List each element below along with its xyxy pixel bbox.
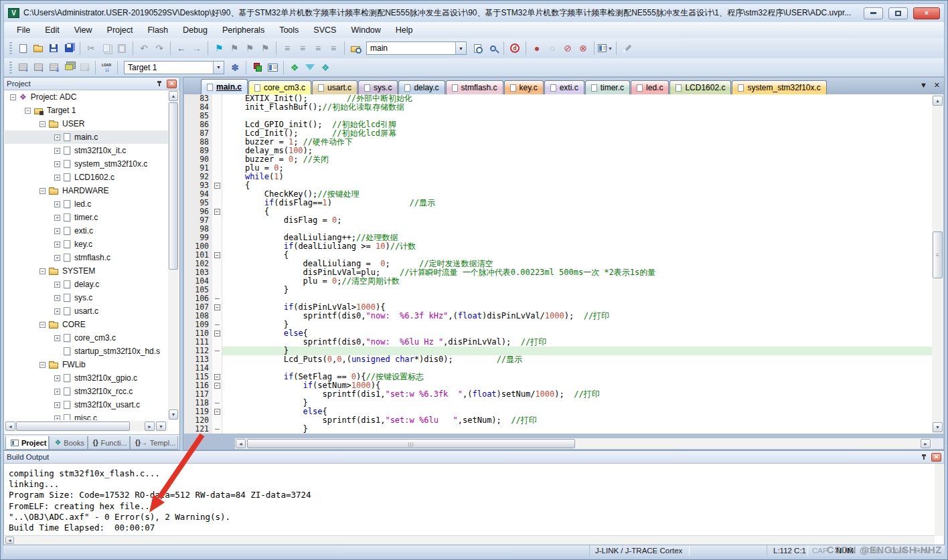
fold-margin[interactable]: −	[212, 181, 222, 190]
expand-icon[interactable]: +	[54, 161, 60, 167]
tree-item-main-c[interactable]: +main.c	[5, 130, 168, 144]
fold-margin[interactable]	[212, 103, 222, 112]
fold-margin[interactable]	[212, 94, 222, 103]
fold-margin[interactable]	[212, 425, 222, 434]
paste-button[interactable]	[114, 41, 129, 56]
toolbar-grip[interactable]	[9, 62, 12, 74]
code-line-100[interactable]: 100 if(dealLiuliang >= 10)//计数	[184, 242, 932, 251]
download-button[interactable]: LOAD↓↓	[99, 60, 114, 75]
save-all-button[interactable]	[62, 41, 76, 56]
fold-margin[interactable]	[212, 294, 222, 303]
find-in-files-button[interactable]	[348, 41, 363, 56]
document-tab-core-cm3-c[interactable]: core_cm3.c	[248, 80, 311, 94]
expand-icon[interactable]: +	[54, 175, 60, 181]
chevron-down-icon[interactable]: ▼	[455, 42, 466, 54]
cut-button[interactable]: ✂	[84, 41, 98, 56]
tree-hscroll-thumb[interactable]	[16, 422, 130, 431]
clear-bookmarks-button[interactable]: ⚑	[258, 41, 272, 56]
document-tab-key-c[interactable]: key.c	[504, 80, 544, 94]
new-file-button[interactable]	[15, 41, 30, 56]
fold-margin[interactable]	[212, 242, 222, 251]
document-tab-sys-c[interactable]: sys.c	[358, 80, 398, 94]
indent-button[interactable]: ≡	[295, 41, 310, 56]
menu-help[interactable]: Help	[388, 23, 420, 37]
next-bookmark-button[interactable]: ⚑	[242, 41, 257, 56]
tree-item-lcd1602-c[interactable]: +LCD1602.c	[5, 171, 168, 184]
workspace-tab-project[interactable]: Project	[5, 436, 49, 450]
target-options-button[interactable]: ✽	[228, 60, 242, 75]
tree-item-misc-c[interactable]: +misc.c	[5, 411, 168, 420]
tree-item-exti-c[interactable]: +exti.c	[5, 224, 168, 238]
comment-button[interactable]: ≡	[311, 41, 325, 56]
code-line-97[interactable]: 97 disFlag = 0;	[184, 216, 932, 225]
kill-breakpoints-button[interactable]: ⊗	[576, 41, 590, 56]
code-line-113[interactable]: 113 Lcd_Puts(0,0,(unsigned char*)dis0); …	[184, 355, 932, 364]
tree-item-fwlib[interactable]: −FWLib	[5, 358, 168, 371]
tree-scroll-right-button[interactable]: ►	[145, 422, 155, 431]
document-tab-main-c[interactable]: main.c	[201, 79, 248, 94]
fold-margin[interactable]	[212, 173, 222, 181]
toolbar-grip[interactable]	[9, 42, 12, 54]
document-tab-usart-c[interactable]: usart.c	[312, 80, 358, 94]
find-in-files-doc-button[interactable]	[470, 41, 485, 56]
uncomment-button[interactable]: ≡	[326, 41, 341, 56]
fold-margin[interactable]	[212, 268, 222, 277]
fold-margin[interactable]: −	[212, 381, 222, 390]
menu-window[interactable]: Window	[343, 23, 388, 37]
code-editor[interactable]: 83 EXTIX_Init(); //外部中断初始化84 init_FlashB…	[184, 94, 932, 434]
menu-debug[interactable]: Debug	[175, 23, 215, 37]
collapse-icon[interactable]: −	[40, 268, 46, 274]
pin-icon[interactable]	[159, 81, 160, 86]
line-number[interactable]: 121	[184, 425, 212, 434]
code-line-121[interactable]: 121 }	[184, 425, 932, 434]
unindent-button[interactable]: ≡	[280, 41, 295, 56]
code-line-90[interactable]: 90 buzzer = 0; //关闭	[184, 155, 932, 164]
minimize-button[interactable]	[864, 7, 883, 19]
expand-icon[interactable]: +	[54, 415, 60, 421]
build-output-pin-icon[interactable]	[923, 454, 925, 460]
fold-margin[interactable]	[212, 225, 222, 234]
document-tab-led-c[interactable]: led.c	[631, 80, 669, 94]
navigate-forward-button[interactable]: →	[189, 41, 204, 56]
fold-margin[interactable]	[212, 347, 222, 355]
enable-breakpoint-button[interactable]: ○	[545, 41, 560, 56]
expand-icon[interactable]: +	[54, 228, 60, 234]
batch-build-button[interactable]	[62, 60, 76, 75]
document-tab-stmflash-c[interactable]: stmflash.c	[446, 80, 503, 94]
translate-button[interactable]	[15, 60, 30, 75]
fold-margin[interactable]	[212, 147, 222, 155]
insert-breakpoint-button[interactable]: ●	[530, 41, 544, 56]
copy-button[interactable]	[99, 41, 114, 56]
tree-item-stm32f10x-it-c[interactable]: +stm32f10x_it.c	[5, 144, 168, 157]
fold-margin[interactable]	[212, 138, 222, 147]
stacked-windows-button[interactable]	[265, 60, 280, 75]
prev-bookmark-button[interactable]: ⚑	[227, 41, 242, 56]
tree-item-sys-c[interactable]: +sys.c	[5, 291, 168, 304]
navigate-back-button[interactable]: ←	[174, 41, 189, 56]
tree-item-stmflash-c[interactable]: +stmflash.c	[5, 251, 168, 264]
workspace-tab-templ[interactable]: {}→Templ...	[130, 436, 178, 450]
expand-icon[interactable]: +	[54, 282, 60, 288]
expand-icon[interactable]: +	[54, 201, 60, 207]
editor-vscroll-thumb[interactable]: ≡	[933, 231, 943, 278]
tree-item-stm32f10x-usart-c[interactable]: +stm32f10x_usart.c	[5, 398, 168, 411]
fold-collapse-icon[interactable]: −	[214, 209, 220, 215]
rebuild-button[interactable]	[46, 60, 61, 75]
tree-item-project-adc[interactable]: −❖Project: ADC	[5, 90, 168, 104]
project-panel-close-button[interactable]: ✕	[167, 80, 177, 88]
code-line-105[interactable]: 105 }	[184, 286, 932, 294]
editor-hscroll-thumb[interactable]: |||	[247, 439, 575, 448]
disable-breakpoint-button[interactable]: ⊘	[560, 41, 575, 56]
pack-installer-button[interactable]: ❖	[318, 60, 333, 75]
document-tab-lcd1602-c[interactable]: LCD1602.c	[669, 80, 731, 94]
expand-icon[interactable]: +	[54, 134, 60, 141]
code-line-104[interactable]: 104 plu = 0;//清空周期计数	[184, 277, 932, 286]
code-line-91[interactable]: 91 plu = 0;	[184, 164, 932, 173]
menu-edit[interactable]: Edit	[37, 23, 67, 37]
manage-rte-button[interactable]: ❖	[287, 60, 302, 75]
tree-item-user[interactable]: −USER	[5, 117, 168, 130]
expand-icon[interactable]: +	[54, 255, 60, 261]
workspace-tab-books[interactable]: ❖Books	[49, 436, 87, 450]
fold-margin[interactable]	[212, 312, 222, 320]
expand-icon[interactable]: +	[54, 295, 60, 301]
